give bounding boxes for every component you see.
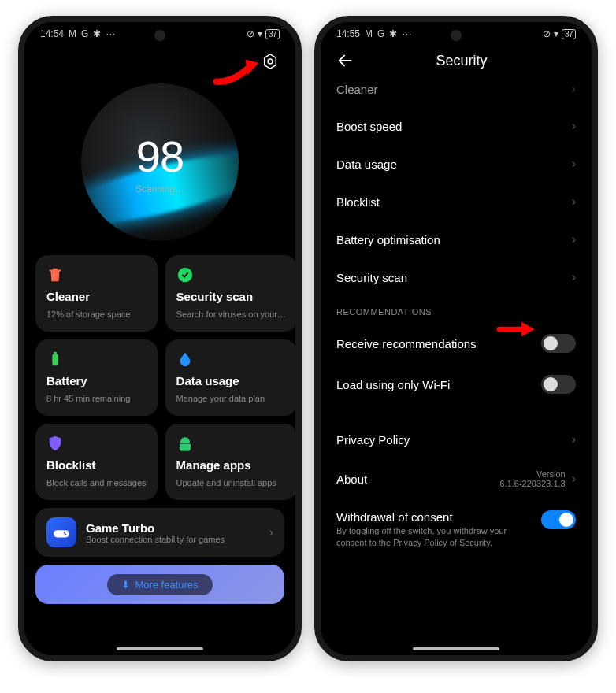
android-icon — [176, 435, 194, 452]
setting-about[interactable]: About Version 6.1.6-220323.1.3 › — [325, 458, 587, 499]
score-value: 98 — [136, 131, 184, 182]
chevron-right-icon: › — [572, 432, 576, 447]
battery-indicator: 37 — [265, 29, 280, 39]
wifi-icon: ▾ — [258, 28, 262, 39]
more-features-label: More features — [135, 579, 198, 591]
page-header: Security — [321, 43, 592, 82]
game-turbo-icon — [46, 517, 76, 547]
gmail-icon: M — [365, 28, 373, 39]
settings-button[interactable] — [259, 50, 281, 72]
chevron-right-icon: › — [269, 525, 273, 539]
score-section: 98 Scanning… — [24, 80, 295, 255]
app-header — [24, 43, 295, 80]
trash-icon — [46, 266, 64, 284]
setting-label: Security scan — [336, 271, 407, 284]
settings-list: Cleaner › Boost speed › Data usage › Blo… — [321, 82, 592, 560]
setting-label: Privacy Policy — [336, 433, 410, 447]
setting-label: Load using only Wi-Fi — [336, 378, 450, 391]
no-sim-icon: ⊘ — [247, 28, 254, 39]
drop-icon — [176, 350, 194, 368]
setting-sub: By toggling off the switch, you withdraw… — [336, 525, 532, 549]
svg-rect-4 — [54, 352, 57, 354]
setting-data-usage[interactable]: Data usage › — [325, 145, 587, 183]
tile-title: Manage apps — [176, 458, 286, 472]
setting-label: Cleaner — [336, 83, 378, 96]
tile-cleaner[interactable]: Cleaner 12% of storage space — [35, 255, 158, 332]
tile-sub: Block calls and messages — [46, 478, 147, 487]
google-icon: G — [377, 28, 384, 39]
tile-title: Battery — [46, 374, 147, 387]
gesture-bar[interactable] — [413, 647, 499, 650]
setting-blocklist[interactable]: Blocklist › — [325, 183, 587, 220]
tile-sub: 12% of storage space — [46, 309, 147, 319]
score-orb[interactable]: 98 Scanning… — [81, 83, 239, 241]
tile-title: Blocklist — [46, 458, 147, 472]
tile-sub: Manage your data plan — [176, 394, 286, 403]
setting-boost-speed[interactable]: Boost speed › — [325, 107, 587, 145]
svg-rect-3 — [52, 354, 58, 366]
tile-security-scan[interactable]: Security scan Search for viruses on your… — [165, 255, 295, 332]
setting-privacy-policy[interactable]: Privacy Policy › — [325, 421, 587, 458]
tile-data-usage[interactable]: Data usage Manage your data plan — [165, 339, 295, 416]
tile-title: Security scan — [176, 290, 286, 303]
chevron-right-icon: › — [572, 119, 576, 133]
svg-marker-0 — [265, 54, 276, 69]
toggle-withdrawal-consent[interactable]: Withdrawal of consent By toggling off th… — [325, 499, 587, 560]
toggle-receive-recommendations[interactable]: Receive recommendations — [325, 323, 587, 364]
more-status-icon: ··· — [402, 28, 412, 39]
tile-manage-apps[interactable]: Manage apps Update and uninstall apps — [165, 424, 295, 500]
toggle-switch[interactable] — [541, 510, 576, 529]
setting-label: Blocklist — [336, 195, 380, 209]
toggle-load-wifi[interactable]: Load using only Wi-Fi — [325, 364, 587, 405]
gear-small-icon: ✱ — [389, 28, 397, 39]
status-bar: 14:55 M G ✱ ··· ⊘ ▾ 37 — [321, 22, 592, 43]
security-settings: 14:55 M G ✱ ··· ⊘ ▾ 37 Security Cleaner … — [321, 22, 592, 655]
chevron-right-icon: › — [572, 157, 576, 171]
setting-label: Data usage — [336, 158, 397, 171]
phone-right: 14:55 M G ✱ ··· ⊘ ▾ 37 Security Cleaner … — [314, 16, 598, 662]
setting-label: About — [336, 472, 367, 486]
tile-title: Cleaner — [46, 290, 147, 303]
gesture-bar[interactable] — [117, 647, 203, 650]
chevron-right-icon: › — [572, 232, 576, 246]
setting-battery-optimisation[interactable]: Battery optimisation › — [325, 220, 587, 258]
chevron-right-icon: › — [572, 195, 576, 209]
google-icon: G — [81, 28, 88, 39]
shield-icon — [46, 435, 64, 452]
clock: 14:54 — [40, 28, 64, 39]
battery-icon — [46, 350, 64, 368]
status-bar: 14:54 M G ✱ ··· ⊘ ▾ 37 — [24, 22, 295, 43]
chevron-right-icon: › — [572, 82, 576, 96]
feature-grid: Cleaner 12% of storage space Security sc… — [24, 255, 295, 500]
score-status: Scanning… — [135, 183, 184, 195]
setting-security-scan[interactable]: Security scan › — [325, 258, 587, 296]
clock: 14:55 — [336, 28, 360, 39]
more-status-icon: ··· — [106, 28, 116, 39]
arrow-left-icon — [336, 52, 354, 69]
svg-point-1 — [268, 59, 273, 64]
about-version-value: 6.1.6-220323.1.3 — [499, 479, 565, 488]
gmail-icon: M — [69, 28, 76, 39]
game-turbo-sub: Boost connection stability for games — [86, 535, 260, 544]
tile-battery[interactable]: Battery 8 hr 45 min remaining — [35, 339, 158, 416]
setting-label: Withdrawal of consent — [336, 510, 532, 524]
wifi-icon: ▾ — [554, 28, 558, 39]
phone-left: 14:54 M G ✱ ··· ⊘ ▾ 37 — [18, 16, 302, 662]
toggle-switch[interactable] — [541, 334, 576, 353]
back-button[interactable] — [335, 50, 355, 71]
tile-title: Data usage — [176, 374, 286, 387]
chevron-right-icon: › — [572, 270, 576, 284]
battery-indicator: 37 — [562, 29, 576, 39]
tile-sub: Update and uninstall apps — [176, 478, 286, 487]
page-title: Security — [366, 53, 557, 69]
tile-sub: 8 hr 45 min remaining — [46, 394, 147, 403]
setting-cleaner[interactable]: Cleaner › — [325, 82, 587, 107]
setting-label: Receive recommendations — [336, 337, 477, 350]
toggle-switch[interactable] — [541, 375, 576, 394]
download-icon: ⬇ — [121, 579, 130, 591]
more-features-banner[interactable]: ⬇ More features — [35, 565, 284, 604]
tile-blocklist[interactable]: Blocklist Block calls and messages — [35, 424, 158, 500]
section-header-recommendations: RECOMMENDATIONS — [325, 296, 587, 323]
gear-icon — [262, 53, 279, 70]
game-turbo-row[interactable]: Game Turbo Boost connection stability fo… — [35, 508, 284, 557]
